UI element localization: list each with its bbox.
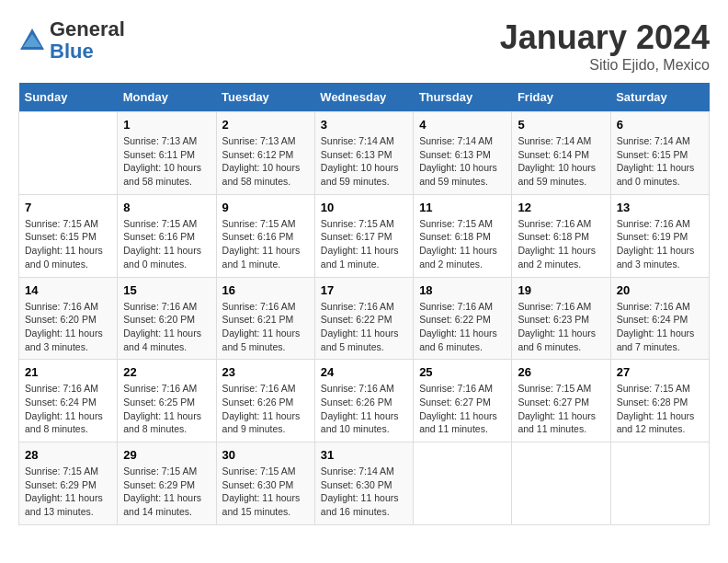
- day-number: 16: [222, 283, 309, 297]
- day-info: Sunrise: 7:16 AMSunset: 6:18 PMDaylight:…: [518, 218, 596, 270]
- calendar-cell: 9 Sunrise: 7:15 AMSunset: 6:16 PMDayligh…: [216, 194, 314, 277]
- day-number: 26: [518, 365, 604, 379]
- calendar-cell: 5 Sunrise: 7:14 AMSunset: 6:14 PMDayligh…: [512, 112, 610, 195]
- day-number: 4: [419, 118, 506, 132]
- day-info: Sunrise: 7:14 AMSunset: 6:13 PMDaylight:…: [419, 135, 497, 187]
- calendar-cell: 2 Sunrise: 7:13 AMSunset: 6:12 PMDayligh…: [216, 112, 314, 195]
- calendar-week-2: 7 Sunrise: 7:15 AMSunset: 6:15 PMDayligh…: [19, 194, 710, 277]
- day-info: Sunrise: 7:16 AMSunset: 6:20 PMDaylight:…: [25, 301, 103, 352]
- day-number: 14: [25, 283, 111, 297]
- logo-text: General Blue: [50, 18, 125, 63]
- day-info: Sunrise: 7:13 AMSunset: 6:12 PMDaylight:…: [222, 135, 301, 187]
- logo-icon: [18, 27, 46, 54]
- day-info: Sunrise: 7:16 AMSunset: 6:23 PMDaylight:…: [518, 301, 596, 352]
- day-info: Sunrise: 7:15 AMSunset: 6:27 PMDaylight:…: [518, 383, 596, 434]
- day-info: Sunrise: 7:14 AMSunset: 6:14 PMDaylight:…: [518, 135, 596, 187]
- weekday-header-tuesday: Tuesday: [216, 83, 314, 112]
- day-number: 25: [419, 365, 506, 379]
- day-info: Sunrise: 7:16 AMSunset: 6:19 PMDaylight:…: [617, 218, 695, 270]
- calendar-cell: 27 Sunrise: 7:15 AMSunset: 6:28 PMDaylig…: [610, 360, 709, 442]
- calendar-cell: 11 Sunrise: 7:15 AMSunset: 6:18 PMDaylig…: [414, 194, 512, 277]
- day-number: 27: [617, 365, 703, 379]
- day-number: 17: [321, 283, 407, 297]
- calendar-cell: 18 Sunrise: 7:16 AMSunset: 6:22 PMDaylig…: [414, 277, 512, 360]
- day-info: Sunrise: 7:16 AMSunset: 6:26 PMDaylight:…: [222, 383, 301, 434]
- weekday-header-saturday: Saturday: [610, 83, 709, 112]
- day-info: Sunrise: 7:15 AMSunset: 6:15 PMDaylight:…: [25, 218, 103, 270]
- weekday-header-friday: Friday: [512, 83, 610, 112]
- calendar-cell: 17 Sunrise: 7:16 AMSunset: 6:22 PMDaylig…: [314, 277, 413, 360]
- day-number: 10: [321, 201, 407, 214]
- calendar-table: SundayMondayTuesdayWednesdayThursdayFrid…: [18, 83, 710, 525]
- day-number: 5: [518, 118, 604, 132]
- day-number: 31: [321, 448, 407, 462]
- day-number: 8: [123, 201, 210, 214]
- day-info: Sunrise: 7:15 AMSunset: 6:17 PMDaylight:…: [321, 218, 399, 270]
- calendar-cell: 20 Sunrise: 7:16 AMSunset: 6:24 PMDaylig…: [610, 277, 709, 360]
- calendar-cell: 25 Sunrise: 7:16 AMSunset: 6:27 PMDaylig…: [414, 360, 512, 442]
- day-info: Sunrise: 7:16 AMSunset: 6:24 PMDaylight:…: [25, 383, 103, 434]
- day-info: Sunrise: 7:15 AMSunset: 6:16 PMDaylight:…: [123, 218, 201, 270]
- day-number: 15: [123, 283, 210, 297]
- calendar-cell: 6 Sunrise: 7:14 AMSunset: 6:15 PMDayligh…: [610, 112, 709, 195]
- day-number: 13: [617, 201, 703, 214]
- day-number: 9: [222, 201, 309, 214]
- day-number: 18: [419, 283, 506, 297]
- day-number: 1: [123, 118, 210, 132]
- calendar-cell: 13 Sunrise: 7:16 AMSunset: 6:19 PMDaylig…: [610, 194, 709, 277]
- day-info: Sunrise: 7:15 AMSunset: 6:28 PMDaylight:…: [617, 383, 695, 434]
- calendar-cell: 7 Sunrise: 7:15 AMSunset: 6:15 PMDayligh…: [19, 194, 118, 277]
- calendar-week-1: 1 Sunrise: 7:13 AMSunset: 6:11 PMDayligh…: [19, 112, 710, 195]
- calendar-cell: 1 Sunrise: 7:13 AMSunset: 6:11 PMDayligh…: [118, 112, 216, 195]
- day-number: 22: [123, 365, 210, 379]
- calendar-cell: [19, 112, 118, 195]
- day-info: Sunrise: 7:16 AMSunset: 6:20 PMDaylight:…: [123, 301, 201, 352]
- title-block: January 2024 Sitio Ejido, Mexico: [500, 18, 710, 74]
- page-header: General Blue January 2024 Sitio Ejido, M…: [18, 18, 710, 74]
- calendar-cell: 10 Sunrise: 7:15 AMSunset: 6:17 PMDaylig…: [314, 194, 413, 277]
- day-info: Sunrise: 7:16 AMSunset: 6:21 PMDaylight:…: [222, 301, 301, 352]
- calendar-cell: 22 Sunrise: 7:16 AMSunset: 6:25 PMDaylig…: [118, 360, 216, 442]
- weekday-header-row: SundayMondayTuesdayWednesdayThursdayFrid…: [19, 83, 710, 112]
- day-number: 7: [25, 201, 111, 214]
- day-number: 3: [321, 118, 407, 132]
- calendar-cell: 24 Sunrise: 7:16 AMSunset: 6:26 PMDaylig…: [314, 360, 413, 442]
- weekday-header-sunday: Sunday: [19, 83, 118, 112]
- day-number: 21: [25, 365, 111, 379]
- day-number: 30: [222, 448, 309, 462]
- calendar-cell: 14 Sunrise: 7:16 AMSunset: 6:20 PMDaylig…: [19, 277, 118, 360]
- day-number: 12: [518, 201, 604, 214]
- day-number: 19: [518, 283, 604, 297]
- month-title: January 2024: [500, 18, 710, 57]
- day-info: Sunrise: 7:16 AMSunset: 6:24 PMDaylight:…: [617, 301, 695, 352]
- calendar-week-5: 28 Sunrise: 7:15 AMSunset: 6:29 PMDaylig…: [19, 442, 710, 525]
- day-number: 20: [617, 283, 703, 297]
- calendar-cell: [610, 442, 709, 525]
- day-info: Sunrise: 7:16 AMSunset: 6:27 PMDaylight:…: [419, 383, 497, 434]
- day-info: Sunrise: 7:14 AMSunset: 6:15 PMDaylight:…: [617, 135, 695, 187]
- day-number: 6: [617, 118, 703, 132]
- day-info: Sunrise: 7:15 AMSunset: 6:16 PMDaylight:…: [222, 218, 301, 270]
- day-info: Sunrise: 7:16 AMSunset: 6:26 PMDaylight:…: [321, 383, 399, 434]
- day-number: 2: [222, 118, 309, 132]
- day-number: 28: [25, 448, 111, 462]
- day-info: Sunrise: 7:15 AMSunset: 6:29 PMDaylight:…: [25, 465, 103, 517]
- day-info: Sunrise: 7:16 AMSunset: 6:22 PMDaylight:…: [321, 301, 399, 352]
- weekday-header-monday: Monday: [118, 83, 216, 112]
- calendar-cell: 30 Sunrise: 7:15 AMSunset: 6:30 PMDaylig…: [216, 442, 314, 525]
- day-info: Sunrise: 7:14 AMSunset: 6:30 PMDaylight:…: [321, 465, 399, 517]
- day-number: 23: [222, 365, 309, 379]
- calendar-cell: 29 Sunrise: 7:15 AMSunset: 6:29 PMDaylig…: [118, 442, 216, 525]
- day-info: Sunrise: 7:16 AMSunset: 6:22 PMDaylight:…: [419, 301, 497, 352]
- calendar-week-4: 21 Sunrise: 7:16 AMSunset: 6:24 PMDaylig…: [19, 360, 710, 442]
- day-number: 11: [419, 201, 506, 214]
- calendar-cell: 12 Sunrise: 7:16 AMSunset: 6:18 PMDaylig…: [512, 194, 610, 277]
- day-info: Sunrise: 7:16 AMSunset: 6:25 PMDaylight:…: [123, 383, 201, 434]
- calendar-cell: 3 Sunrise: 7:14 AMSunset: 6:13 PMDayligh…: [314, 112, 413, 195]
- day-info: Sunrise: 7:13 AMSunset: 6:11 PMDaylight:…: [123, 135, 201, 187]
- day-info: Sunrise: 7:15 AMSunset: 6:18 PMDaylight:…: [419, 218, 497, 270]
- logo-general: General: [50, 18, 125, 40]
- location: Sitio Ejido, Mexico: [500, 57, 710, 74]
- logo-blue: Blue: [50, 40, 125, 63]
- calendar-cell: 28 Sunrise: 7:15 AMSunset: 6:29 PMDaylig…: [19, 442, 118, 525]
